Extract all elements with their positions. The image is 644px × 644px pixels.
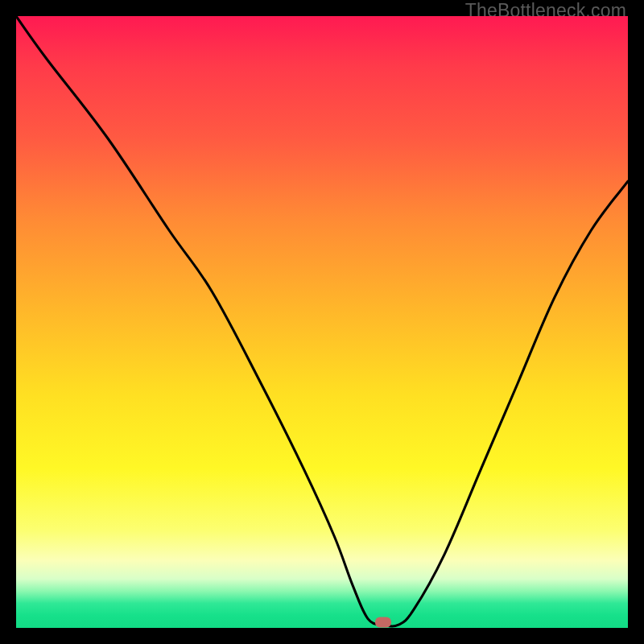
bottleneck-curve	[16, 16, 628, 626]
curve-layer	[16, 16, 628, 628]
optimal-marker	[375, 617, 391, 628]
plot-area	[16, 16, 628, 628]
chart-container: TheBottleneck.com	[0, 0, 644, 644]
